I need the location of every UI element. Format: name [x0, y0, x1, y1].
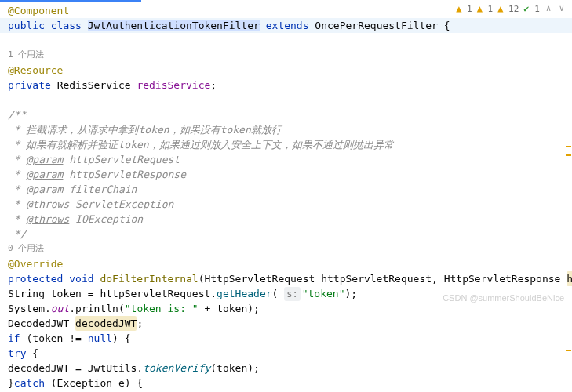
code-line[interactable]: * @throws IOException — [0, 212, 572, 227]
code-editor[interactable]: ▲ 1 ▲ 1 ▲ 12 ✔ 1 ∧ ∨ @Component public c… — [0, 0, 572, 392]
warning-icon: ▲ — [456, 3, 461, 14]
error-stripe[interactable] — [564, 16, 572, 392]
prev-highlight-button[interactable]: ∧ — [545, 2, 553, 16]
code-line[interactable]: protected void doFilterInternal(HttpServ… — [0, 271, 572, 286]
progress-indicator — [0, 0, 141, 2]
warning-badge-3[interactable]: ▲ 12 — [497, 2, 519, 16]
class-name-selection: JwtAuthenticationTokenFilter — [88, 20, 260, 31]
code-line[interactable]: * @param httpServletRequest — [0, 152, 572, 167]
param-hint: s: — [284, 287, 300, 301]
code-line[interactable] — [0, 93, 572, 107]
warning-mark[interactable] — [566, 350, 571, 351]
warning-badge-2[interactable]: ▲ 1 — [477, 2, 493, 16]
code-line[interactable]: try { — [0, 346, 572, 361]
ok-badge[interactable]: ✔ 1 — [523, 2, 539, 16]
code-line[interactable]: if (token != null) { — [0, 331, 572, 346]
code-line[interactable]: * @param filterChain — [0, 182, 572, 197]
inspection-toolbar: ▲ 1 ▲ 1 ▲ 12 ✔ 1 ∧ ∨ — [456, 2, 566, 16]
code-line[interactable]: DecodedJWT decodedJWT; — [0, 316, 572, 331]
code-line[interactable]: * 如果有就解析并验证token，如果通过则放入安全上下文，如果不通过则抛出异常 — [0, 137, 572, 152]
check-icon: ✔ — [523, 3, 529, 14]
annotation: @Component — [8, 3, 69, 19]
usages-hint[interactable]: 0 个用法 — [0, 241, 572, 256]
warning-mark[interactable] — [566, 154, 571, 156]
warning-icon: ▲ — [477, 3, 483, 14]
warning-mark[interactable] — [566, 146, 571, 147]
usages-hint[interactable]: 1 个用法 — [0, 48, 572, 63]
code-line[interactable]: private RedisService redisService; — [0, 78, 572, 93]
code-line[interactable]: */ — [0, 227, 572, 241]
warning-badge-1[interactable]: ▲ 1 — [456, 2, 472, 16]
code-line[interactable]: * @param httpServletResponse — [0, 167, 572, 182]
code-line[interactable]: @Resource — [0, 63, 572, 78]
code-line[interactable]: @Override — [0, 256, 572, 271]
code-line[interactable]: * 拦截请求，从请求中拿到token，如果没有token就放行 — [0, 122, 572, 137]
code-line[interactable]: public class JwtAuthenticationTokenFilte… — [0, 18, 572, 33]
code-line[interactable]: * @throws ServletException — [0, 197, 572, 212]
code-line[interactable] — [0, 33, 572, 48]
code-line[interactable]: }catch (Exception e) { — [0, 376, 572, 390]
warning-icon: ▲ — [497, 3, 503, 14]
code-line[interactable]: decodedJWT = JwtUtils.tokenVerify(token)… — [0, 361, 572, 376]
next-highlight-button[interactable]: ∨ — [557, 2, 566, 16]
watermark: CSDN @summerShouldBeNice — [443, 292, 564, 305]
code-line[interactable]: /** — [0, 107, 572, 122]
